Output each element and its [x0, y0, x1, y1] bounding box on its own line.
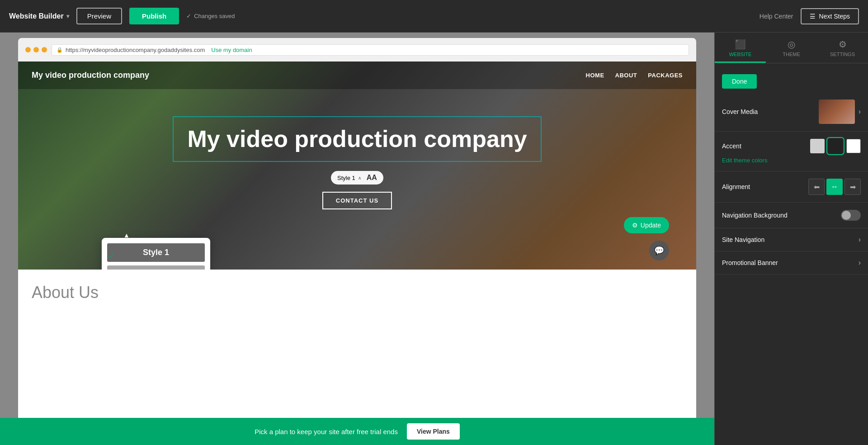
update-icon: ⚙ — [632, 222, 638, 229]
settings-tab-label: SETTINGS — [830, 52, 855, 57]
hero-section: My video production company HOME ABOUT P… — [18, 62, 696, 270]
style-option-2[interactable]: Style 2 — [107, 265, 205, 270]
browser-dots — [25, 47, 47, 52]
swatch-white[interactable] — [846, 139, 861, 153]
promotional-banner-section: Promotional Banner › — [715, 251, 868, 275]
cover-media-title: Cover Media — [722, 108, 758, 115]
tab-website[interactable]: ⬛ WEBSITE — [715, 33, 766, 63]
alignment-section: Alignment ⬅ ↔ ➡ — [715, 171, 868, 203]
website-tab-icon: ⬛ — [735, 39, 746, 50]
style-check-icon: ✓ — [109, 252, 114, 260]
dot-yellow — [33, 47, 39, 52]
url-text: https://myvideoproductioncompany.godaddy… — [66, 47, 205, 53]
nav-links: HOME ABOUT PACKAGES — [586, 72, 683, 79]
style-selector[interactable]: Style 1 ∧ — [337, 175, 361, 181]
url-bar[interactable]: 🔒 https://myvideoproductioncompany.godad… — [52, 44, 689, 56]
browser-chrome: 🔒 https://myvideoproductioncompany.godad… — [18, 38, 696, 62]
next-steps-icon: ☰ — [810, 13, 816, 20]
toggle-knob — [842, 211, 851, 220]
about-section: About Us — [18, 270, 696, 316]
dot-green — [42, 47, 47, 52]
style-label: Style 1 — [337, 175, 355, 181]
cover-media-row: Cover Media › — [722, 99, 861, 124]
tab-theme[interactable]: ◎ THEME — [766, 33, 817, 63]
promotional-banner-row[interactable]: Promotional Banner › — [722, 259, 861, 267]
right-panel: ⬛ WEBSITE ◎ THEME ⚙ SETTINGS Done Cover … — [714, 33, 868, 445]
cover-media-section: Cover Media › — [715, 92, 868, 132]
dot-red — [25, 47, 31, 52]
accent-row: Accent — [722, 139, 861, 153]
bottom-banner: Pick a plan to keep your site after free… — [0, 418, 714, 445]
website-preview: My video production company HOME ABOUT P… — [18, 62, 696, 445]
top-bar: Website Builder ▾ Preview Publish Change… — [0, 0, 868, 33]
nav-bg-title: Navigation Background — [722, 212, 788, 219]
cover-thumbnail[interactable] — [819, 99, 855, 124]
align-right-button[interactable]: ➡ — [844, 179, 861, 195]
navigation-background-section: Navigation Background — [715, 203, 868, 228]
accent-title: Accent — [722, 142, 741, 150]
nav-bg-toggle[interactable] — [841, 210, 861, 221]
brand-label: Website Builder — [9, 12, 64, 20]
brand-logo[interactable]: Website Builder ▾ — [9, 12, 69, 20]
align-center-button[interactable]: ↔ — [826, 179, 843, 195]
hero-content: My video production company Style 1 ∧ AA… — [18, 89, 696, 209]
promotional-banner-chevron: › — [859, 259, 861, 267]
hero-title: My video production company — [187, 126, 527, 152]
site-navigation-row[interactable]: Site Navigation › — [722, 236, 861, 244]
nav-link-about[interactable]: ABOUT — [615, 72, 637, 79]
panel-content: Done Cover Media › Accent — [715, 63, 868, 445]
alignment-options: ⬅ ↔ ➡ — [808, 179, 861, 195]
theme-tab-icon: ◎ — [788, 39, 795, 50]
next-steps-button[interactable]: ☰ Next Steps — [801, 8, 859, 24]
swatch-light-gray[interactable] — [810, 139, 825, 153]
publish-button[interactable]: Publish — [129, 8, 179, 24]
cover-media-chevron[interactable]: › — [859, 108, 861, 116]
panel-tabs: ⬛ WEBSITE ◎ THEME ⚙ SETTINGS — [715, 33, 868, 63]
style-toolbar: Style 1 ∧ AA — [331, 171, 383, 185]
contact-button[interactable]: CONTACT US — [322, 192, 392, 209]
main-area: 🔒 https://myvideoproductioncompany.godad… — [0, 33, 868, 445]
swatch-dark[interactable] — [828, 139, 843, 153]
style-dropdown: ✓ Style 1 Style 2 Style 3 Style 4 — [102, 238, 210, 270]
tab-settings[interactable]: ⚙ SETTINGS — [817, 33, 868, 63]
nav-link-packages[interactable]: PACKAGES — [648, 72, 683, 79]
update-label: Update — [641, 222, 661, 229]
done-button[interactable]: Done — [722, 74, 757, 89]
accent-swatches — [810, 139, 861, 153]
changes-saved-status: Changes saved — [186, 13, 235, 19]
theme-tab-label: THEME — [783, 52, 800, 57]
update-button[interactable]: ⚙ Update — [624, 217, 669, 233]
cover-media-right: › — [819, 99, 861, 124]
alignment-title: Alignment — [722, 183, 750, 190]
style-1-label: Style 1 — [107, 243, 205, 262]
next-steps-label: Next Steps — [819, 13, 850, 20]
accent-section: Accent Edit theme colors — [715, 132, 868, 171]
style-2-label: Style 2 — [107, 265, 205, 270]
promotional-banner-title: Promotional Banner — [722, 259, 778, 266]
website-tab-label: WEBSITE — [729, 52, 752, 57]
edit-theme-colors-link[interactable]: Edit theme colors — [722, 157, 861, 164]
view-plans-button[interactable]: View Plans — [407, 423, 460, 440]
preview-button[interactable]: Preview — [76, 8, 122, 24]
canvas-area: 🔒 https://myvideoproductioncompany.godad… — [0, 33, 714, 445]
align-left-button[interactable]: ⬅ — [808, 179, 825, 195]
site-navigation-section: Site Navigation › — [715, 228, 868, 251]
chat-button[interactable]: 💬 — [649, 241, 669, 260]
help-center-link[interactable]: Help Center — [760, 13, 793, 20]
nav-bg-row: Navigation Background — [722, 210, 861, 221]
site-navigation-chevron: › — [859, 236, 861, 244]
site-title: My video production company — [32, 71, 149, 80]
text-size-icon[interactable]: AA — [367, 174, 377, 182]
settings-tab-icon: ⚙ — [839, 39, 847, 50]
cover-thumb-content — [819, 99, 855, 124]
site-navigation-title: Site Navigation — [722, 236, 764, 243]
hero-title-box: My video production company — [173, 116, 541, 162]
brand-chevron: ▾ — [66, 13, 69, 19]
style-option-1[interactable]: Style 1 — [107, 243, 205, 262]
use-domain-link[interactable]: Use my domain — [211, 47, 252, 53]
hero-navigation: My video production company HOME ABOUT P… — [18, 62, 696, 89]
nav-link-home[interactable]: HOME — [586, 72, 604, 79]
lock-icon: 🔒 — [57, 47, 63, 53]
alignment-row: Alignment ⬅ ↔ ➡ — [722, 179, 861, 195]
about-title: About Us — [32, 283, 683, 302]
